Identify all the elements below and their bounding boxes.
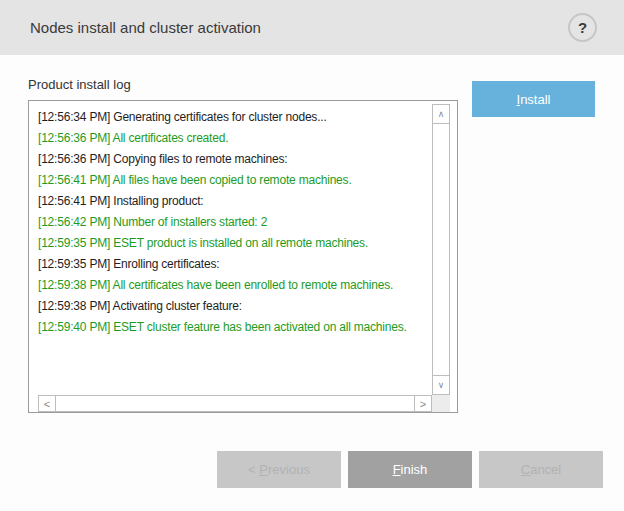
chevron-down-icon: ∨ xyxy=(438,380,445,390)
horizontal-scrollbar[interactable]: < > xyxy=(38,395,432,412)
log-line: [12:59:35 PM] Enrolling certificates: xyxy=(38,254,425,275)
scroll-down-button[interactable]: ∨ xyxy=(433,375,449,394)
log-line: [12:59:40 PM] ESET cluster feature has b… xyxy=(38,317,425,338)
log-line: [12:56:41 PM] All files have been copied… xyxy=(38,170,425,191)
cancel-button[interactable]: Cancel xyxy=(479,451,603,488)
log-line: [12:59:38 PM] All certificates have been… xyxy=(38,275,425,296)
vertical-scrollbar[interactable]: ∧ ∨ xyxy=(432,104,450,395)
log-line: [12:56:34 PM] Generating certificates fo… xyxy=(38,107,425,128)
chevron-left-icon: < xyxy=(44,398,50,410)
nodes-install-dialog: Nodes install and cluster activation ? P… xyxy=(0,0,624,511)
install-button[interactable]: Install xyxy=(472,81,595,117)
scroll-up-button[interactable]: ∧ xyxy=(433,105,449,124)
log-line: [12:59:38 PM] Activating cluster feature… xyxy=(38,296,425,317)
log-line: [12:56:41 PM] Installing product: xyxy=(38,191,425,212)
log-line: [12:56:36 PM] All certificates created. xyxy=(38,128,425,149)
log-line: [12:56:42 PM] Number of installers start… xyxy=(38,212,425,233)
chevron-right-icon: > xyxy=(420,398,426,410)
install-log-box: [12:56:34 PM] Generating certificates fo… xyxy=(28,100,458,413)
previous-button[interactable]: < Previous xyxy=(217,451,341,488)
finish-button[interactable]: Finish xyxy=(348,451,472,488)
help-button[interactable]: ? xyxy=(568,13,597,42)
dialog-header: Nodes install and cluster activation ? xyxy=(0,0,624,55)
log-line: [12:56:36 PM] Copying files to remote ma… xyxy=(38,149,425,170)
scroll-right-button[interactable]: > xyxy=(414,396,431,411)
log-label: Product install log xyxy=(28,77,131,92)
page-title: Nodes install and cluster activation xyxy=(30,0,261,55)
chevron-up-icon: ∧ xyxy=(438,109,445,119)
log-line: [12:59:35 PM] ESET product is installed … xyxy=(38,233,425,254)
scrollbar-corner xyxy=(432,395,450,412)
scroll-left-button[interactable]: < xyxy=(39,396,56,411)
log-entries: [12:56:34 PM] Generating certificates fo… xyxy=(38,107,425,390)
question-mark-icon: ? xyxy=(578,19,587,36)
